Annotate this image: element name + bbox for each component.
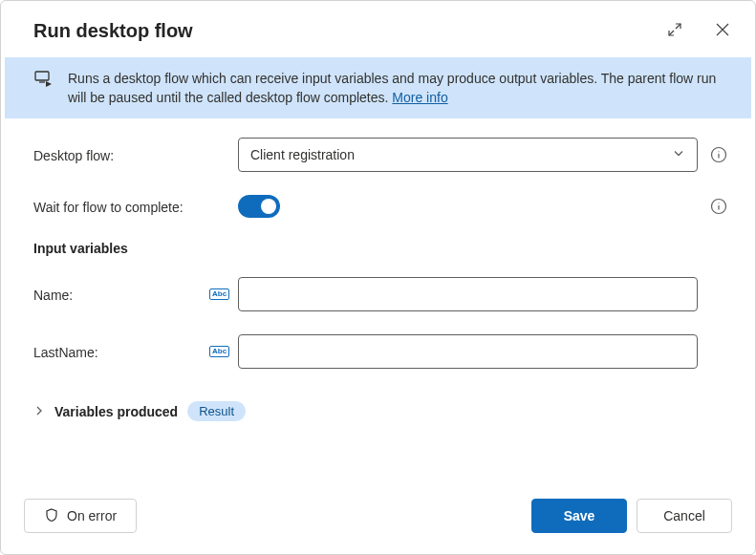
footer-actions: Save Cancel [531,499,732,533]
variables-produced-label: Variables produced [54,404,178,419]
info-banner: Runs a desktop flow which can receive in… [5,57,751,118]
lastname-row: LastName: Abc [33,334,728,369]
cancel-label: Cancel [663,508,705,523]
svg-point-4 [718,203,719,203]
lastname-input[interactable] [238,334,698,369]
name-label: Name: [33,286,209,303]
cancel-button[interactable]: Cancel [637,499,732,533]
expand-button[interactable] [663,18,686,44]
svg-rect-0 [35,72,49,80]
text-type-icon: Abc [209,288,229,300]
dialog-content: Desktop flow: Client registration [1,118,755,485]
chevron-down-icon [672,147,685,163]
wait-for-flow-label: Wait for flow to complete: [33,198,238,215]
name-input[interactable] [238,277,698,311]
desktop-flow-row: Desktop flow: Client registration [33,138,728,172]
shield-icon [44,507,59,525]
dialog-title: Run desktop flow [33,20,193,42]
desktop-flow-select[interactable]: Client registration [238,138,698,172]
info-icon[interactable] [709,197,728,216]
toggle-knob [261,199,276,214]
desktop-flow-icon [33,69,54,95]
on-error-button[interactable]: On error [24,499,137,533]
text-type-icon: Abc [209,346,229,357]
variables-produced-row: Variables produced Result [33,401,728,421]
save-label: Save [564,508,595,523]
close-button[interactable] [711,18,734,44]
svg-point-2 [718,151,719,152]
close-icon [715,22,730,40]
expand-variables-produced[interactable] [33,404,45,419]
run-desktop-flow-dialog: Run desktop flow [0,0,756,555]
wait-for-flow-toggle[interactable] [238,195,280,218]
dialog-footer: On error Save Cancel [1,485,755,554]
desktop-flow-label: Desktop flow: [33,146,209,163]
header-actions [663,18,734,44]
dialog-header: Run desktop flow [1,1,755,57]
lastname-label: LastName: [33,343,209,360]
info-icon[interactable] [709,145,728,164]
save-button[interactable]: Save [531,499,627,533]
result-variable-pill[interactable]: Result [187,401,246,421]
on-error-label: On error [67,508,117,523]
desktop-flow-value: Client registration [250,147,355,162]
wait-for-flow-row: Wait for flow to complete: [33,195,728,218]
name-row: Name: Abc [33,277,728,311]
info-banner-text: Runs a desktop flow which can receive in… [68,69,732,107]
input-variables-heading: Input variables [33,241,728,256]
expand-icon [667,22,682,40]
more-info-link[interactable]: More info [392,90,447,105]
